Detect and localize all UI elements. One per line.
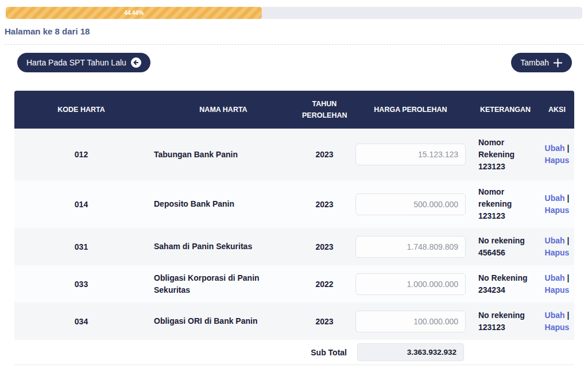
page-indicator: Halaman ke 8 dari 18 [5,26,588,36]
action-separator: | [567,311,569,320]
header-keterangan: KETERANGAN [471,91,540,129]
aksi-cell: Ubah | Hapus [540,265,574,303]
keterangan-cell: No rekening 456456 [471,228,540,265]
nama-cell: Saham di Panin Sekuritas [148,228,299,265]
progress-fill: 44.44% [6,7,262,19]
action-separator: | [567,144,569,153]
nama-cell: Deposito Bank Panin [148,180,299,228]
harga-input[interactable] [355,144,466,165]
nama-cell: Obligasi Korporasi di Panin Sekuritas [148,265,299,303]
hapus-link[interactable]: Hapus [545,323,570,332]
ubah-link[interactable]: Ubah [545,144,565,153]
table-header-row: KODE HARTA NAMA HARTA TAHUN PEROLEHAN HA… [14,91,574,129]
kode-cell: 033 [14,265,148,303]
harga-cell [350,180,471,228]
ubah-link[interactable]: Ubah [545,236,565,245]
tahun-cell: 2022 [299,265,350,303]
tahun-cell: 2023 [299,228,350,265]
plus-icon [553,58,563,68]
header-nama-harta: NAMA HARTA [148,91,299,129]
keterangan-cell: Nomor Rekening 123123 [471,129,540,180]
table-row: 033 Obligasi Korporasi di Panin Sekurita… [14,265,574,303]
header-tahun-perolehan: TAHUN PEROLEHAN [299,91,350,129]
action-separator: | [567,193,569,203]
subtotal-row: Sub Total 3.363.932.932 [14,340,574,365]
back-button[interactable]: Harta Pada SPT Tahun Lalu [17,53,150,72]
action-separator: | [567,236,569,245]
keterangan-cell: No rekening 123123 [471,303,540,340]
table-row: 034 Obligasi ORI di Bank Panin 2023 No r… [14,303,574,340]
kode-cell: 012 [14,129,148,180]
aksi-cell: Ubah | Hapus [540,228,574,265]
subtotal-cell: 3.363.932.932 [350,340,471,365]
hapus-link[interactable]: Hapus [545,206,570,215]
ubah-link[interactable]: Ubah [545,311,565,320]
keterangan-cell: No Rekening 234234 [471,265,540,303]
aksi-cell: Ubah | Hapus [540,303,574,340]
kode-cell: 034 [14,303,148,340]
kode-cell: 031 [14,228,148,265]
harga-input[interactable] [355,273,466,295]
progress-track: 44.44% [6,7,582,19]
header-harga-perolehan: HARGA PEROLEHAN [350,91,471,129]
tahun-cell: 2023 [299,303,350,340]
ubah-link[interactable]: Ubah [545,193,565,203]
table-row: 031 Saham di Panin Sekuritas 2023 No rek… [14,228,574,265]
header-kode-harta: KODE HARTA [14,91,148,129]
kode-cell: 014 [14,180,148,228]
add-button[interactable]: Tambah [511,53,572,72]
nama-cell: Tabungan Bank Panin [148,129,299,180]
harga-cell [350,228,471,265]
harga-cell [350,129,471,180]
subtotal-value: 3.363.932.932 [357,343,464,361]
dashed-divider [5,44,583,45]
subtotal-label: Sub Total [299,340,350,365]
harta-table: KODE HARTA NAMA HARTA TAHUN PEROLEHAN HA… [14,91,574,365]
hapus-link[interactable]: Hapus [545,285,570,294]
table-row: 014 Deposito Bank Panin 2023 Nomor reken… [14,180,574,228]
hapus-link[interactable]: Hapus [545,156,570,165]
tahun-cell: 2023 [299,129,350,180]
table-row: 012 Tabungan Bank Panin 2023 Nomor Reken… [14,129,574,180]
harga-cell [350,303,471,340]
toolbar: Harta Pada SPT Tahun Lalu Tambah [17,53,572,72]
header-aksi: AKSI [540,91,574,129]
arrow-left-icon [131,57,141,68]
nama-cell: Obligasi ORI di Bank Panin [148,303,299,340]
harga-input[interactable] [355,193,466,215]
hapus-link[interactable]: Hapus [545,248,570,257]
progress-label: 44.44% [124,10,144,16]
action-separator: | [567,273,569,282]
tahun-cell: 2023 [299,180,350,228]
ubah-link[interactable]: Ubah [545,273,565,282]
harga-input[interactable] [355,236,466,258]
aksi-cell: Ubah | Hapus [540,129,574,180]
harga-input[interactable] [355,311,466,332]
keterangan-cell: Nomor rekening 123123 [471,180,540,228]
aksi-cell: Ubah | Hapus [540,180,574,228]
harga-cell [350,265,471,303]
add-button-label: Tambah [520,58,549,67]
back-button-label: Harta Pada SPT Tahun Lalu [26,58,126,67]
